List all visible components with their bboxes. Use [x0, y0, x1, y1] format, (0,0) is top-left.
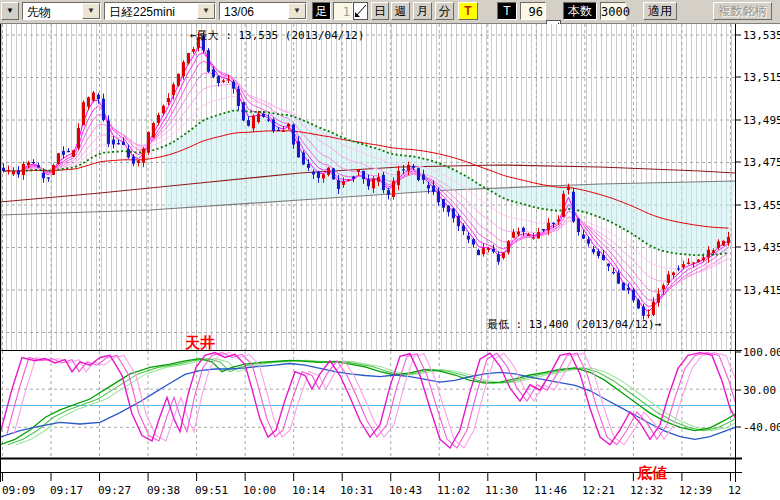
oscillator-axis-label: 30.00	[743, 384, 776, 397]
time-axis-label: 10:00	[243, 484, 276, 497]
max-annotation: ←最大 : 13,535 (2013/04/12)	[190, 28, 364, 43]
time-axis-label: 09:51	[195, 484, 228, 497]
price-chart[interactable]	[0, 0, 780, 500]
price-axis-label: 13,515	[743, 71, 780, 84]
time-axis-label: 10:43	[389, 484, 422, 497]
price-axis-label: 13,475	[743, 156, 780, 169]
time-axis-label: 09:27	[98, 484, 131, 497]
time-axis-label: 11:30	[485, 484, 518, 497]
time-axis-label: 09:38	[147, 484, 180, 497]
trading-chart-window: ▼ 先物 ▼ 日経225mini ▼ 13/06 ▼ 足 1 日 週 月 分 T…	[0, 0, 780, 500]
price-axis-label: 13,415	[743, 284, 780, 297]
time-axis-label: 12:21	[582, 484, 615, 497]
time-axis-label: 09:09	[2, 484, 35, 497]
time-axis-label: 10:31	[340, 484, 373, 497]
time-axis-label: 11:02	[437, 484, 470, 497]
time-axis-label: 09:17	[50, 484, 83, 497]
time-axis-label: 10:14	[292, 484, 325, 497]
time-axis-label: 11:46	[534, 484, 567, 497]
min-annotation: 最低 : 13,400 (2013/04/12)→	[487, 317, 661, 332]
price-axis-label: 13,495	[743, 114, 780, 127]
time-axis-label: 12	[728, 484, 741, 497]
time-axis-label: 12:32	[630, 484, 663, 497]
oscillator-axis-label: -40.00	[743, 421, 780, 434]
bottom-annotation: 底値	[637, 464, 667, 483]
price-axis-label: 13,435	[743, 241, 780, 254]
oscillator-axis-label: 100.00	[743, 346, 780, 359]
ceiling-annotation: 天井	[185, 334, 215, 353]
price-axis-label: 13,455	[743, 199, 780, 212]
time-axis-label: 12:39	[679, 484, 712, 497]
price-axis-label: 13,535	[743, 29, 780, 42]
